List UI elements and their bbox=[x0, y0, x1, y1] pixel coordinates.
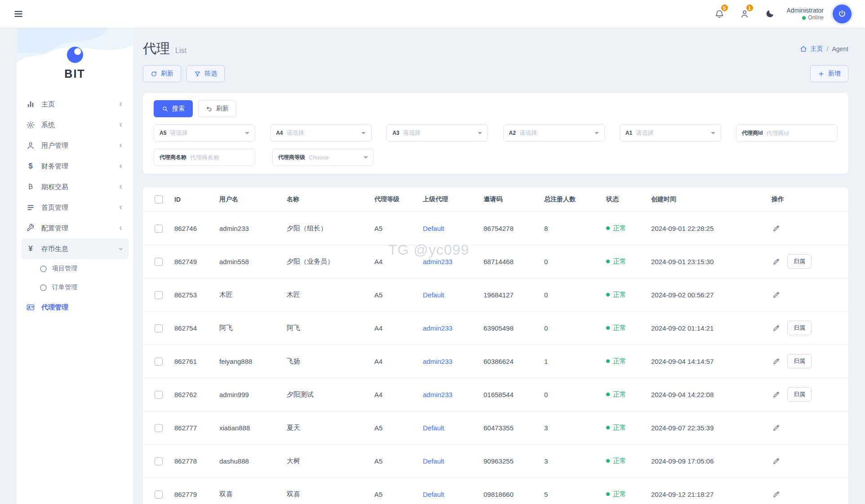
row-checkbox[interactable] bbox=[155, 391, 163, 399]
assign-button[interactable]: 归属 bbox=[787, 387, 812, 402]
status-badge: 正常 bbox=[606, 291, 626, 299]
table-row: 862746 admin233 夕阳（组长） A5 Default 867542… bbox=[143, 212, 848, 245]
edit-button[interactable] bbox=[772, 290, 781, 300]
dark-mode-toggle[interactable] bbox=[762, 6, 778, 22]
level-filter-select[interactable]: A3 请选择 bbox=[386, 124, 488, 141]
row-checkbox[interactable] bbox=[155, 291, 163, 299]
filter-button[interactable]: 筛选 bbox=[186, 65, 225, 82]
parent-agent-link[interactable]: admin233 bbox=[423, 391, 452, 398]
notifications-button[interactable]: 5 bbox=[711, 6, 727, 22]
sidebar-item-system[interactable]: 系统 bbox=[17, 115, 133, 135]
parent-agent-link[interactable]: admin233 bbox=[423, 258, 452, 265]
row-checkbox[interactable] bbox=[155, 324, 163, 332]
row-checkbox[interactable] bbox=[155, 225, 163, 233]
header-username: 用户名 bbox=[214, 187, 281, 212]
sidebar-item-options-trading[interactable]: 期权交易 bbox=[17, 177, 133, 197]
sidebar-item-agent-management[interactable]: 代理管理 bbox=[17, 297, 133, 318]
radio-icon bbox=[40, 284, 47, 291]
parent-agent-link[interactable]: Default bbox=[423, 291, 444, 299]
header-agent-level: 代理等级 bbox=[369, 187, 417, 212]
parent-agent-link[interactable]: admin233 bbox=[423, 358, 452, 365]
cell-created-time: 2024-09-09 17:05:06 bbox=[646, 444, 766, 477]
cell-invite-code: 90963255 bbox=[478, 444, 539, 477]
chevron-left-icon bbox=[118, 184, 124, 190]
radio-icon bbox=[40, 265, 47, 272]
sidebar-subitem-project-management[interactable]: 项目管理 bbox=[17, 259, 133, 278]
chevron-down-icon bbox=[594, 132, 599, 134]
user-icon bbox=[26, 141, 35, 150]
row-checkbox[interactable] bbox=[155, 457, 163, 465]
edit-button[interactable] bbox=[772, 357, 781, 366]
plus-icon bbox=[818, 71, 825, 77]
chevron-left-icon bbox=[118, 142, 124, 149]
parent-agent-link[interactable]: Default bbox=[423, 225, 444, 232]
cell-username: 阿飞 bbox=[214, 311, 281, 345]
cell-username: feiyang888 bbox=[214, 345, 281, 378]
assign-button[interactable]: 归属 bbox=[787, 321, 812, 335]
chevron-down-icon bbox=[118, 246, 124, 252]
edit-button[interactable] bbox=[772, 456, 781, 466]
sidebar-item-users[interactable]: 用户管理 bbox=[17, 135, 133, 156]
cell-name: 夕阳测试 bbox=[281, 378, 369, 411]
search-button[interactable]: 搜索 bbox=[154, 100, 193, 117]
level-filter-select[interactable]: A2 请选择 bbox=[503, 124, 605, 141]
chevron-down-icon bbox=[364, 156, 368, 159]
sidebar-subitem-order-management[interactable]: 订单管理 bbox=[17, 278, 133, 297]
status-badge: 正常 bbox=[606, 224, 626, 233]
hamburger-menu-button[interactable] bbox=[13, 9, 23, 19]
refresh-button[interactable]: 刷新 bbox=[143, 65, 181, 82]
sidebar-item-finance[interactable]: $ 财务管理 bbox=[17, 156, 133, 177]
assign-button[interactable]: 归属 bbox=[787, 254, 812, 269]
status-dot bbox=[606, 226, 610, 230]
edit-button[interactable] bbox=[772, 390, 781, 399]
parent-agent-link[interactable]: admin233 bbox=[423, 324, 452, 332]
edit-button[interactable] bbox=[772, 490, 781, 499]
breadcrumb-home-link[interactable]: 主页 bbox=[811, 45, 823, 53]
add-button[interactable]: 新增 bbox=[810, 65, 848, 82]
page-title: 代理 bbox=[143, 40, 170, 58]
edit-button[interactable] bbox=[772, 224, 781, 233]
user-avatar[interactable] bbox=[833, 4, 852, 23]
pencil-icon bbox=[772, 324, 780, 332]
row-checkbox[interactable] bbox=[155, 258, 163, 266]
agent-name-input[interactable] bbox=[190, 154, 249, 161]
user-status: Online bbox=[787, 14, 824, 22]
online-status-dot bbox=[802, 16, 806, 20]
parent-agent-link[interactable]: Default bbox=[423, 424, 444, 432]
cell-invite-code: 86754278 bbox=[478, 212, 539, 245]
sidebar-item-home[interactable]: 主页 bbox=[17, 94, 133, 115]
sidebar-item-coin-staking[interactable]: ¥ 存币生息 bbox=[21, 239, 129, 259]
agent-name-field[interactable]: 代理商名称 bbox=[154, 149, 255, 166]
cell-name: 大树 bbox=[281, 444, 369, 477]
sidebar-item-homepage-management[interactable]: 首页管理 bbox=[17, 197, 133, 218]
row-checkbox[interactable] bbox=[155, 358, 163, 366]
filter-panel: 搜索 刷新 A5 请选择 A4 请选择 A3 请选择 A2 请选择 A1 请选择 bbox=[143, 93, 848, 174]
level-filter-select[interactable]: A5 请选择 bbox=[154, 124, 255, 141]
assign-button[interactable]: 归属 bbox=[787, 354, 812, 368]
power-icon bbox=[837, 9, 847, 19]
level-filter-select[interactable]: A1 请选择 bbox=[620, 124, 721, 141]
edit-button[interactable] bbox=[772, 257, 781, 266]
sidebar-menu: 主页 系统 用户管理 $ 财务管理 期权交易 bbox=[17, 94, 133, 318]
agent-id-input[interactable] bbox=[767, 130, 832, 137]
header-actions: 操作 bbox=[766, 187, 848, 212]
select-all-checkbox[interactable] bbox=[155, 195, 163, 203]
table-row: 862754 阿飞 阿飞 A4 admin233 63905498 0 正常 2… bbox=[143, 311, 848, 345]
agent-level-select[interactable]: 代理商等级 Choose bbox=[272, 149, 374, 166]
edit-button[interactable] bbox=[772, 423, 781, 433]
edit-button[interactable] bbox=[772, 323, 781, 333]
sidebar-item-config[interactable]: 配置管理 bbox=[17, 218, 133, 239]
cell-id: 862746 bbox=[169, 212, 214, 245]
parent-agent-link[interactable]: Default bbox=[423, 491, 444, 498]
row-checkbox[interactable] bbox=[155, 491, 163, 499]
reset-button[interactable]: 刷新 bbox=[198, 100, 236, 117]
parent-agent-link[interactable]: Default bbox=[423, 457, 444, 465]
pencil-icon bbox=[772, 258, 780, 265]
pencil-icon bbox=[772, 457, 780, 465]
cell-agent-level: A4 bbox=[369, 345, 417, 378]
table-row: 862779 双喜 双喜 A5 Default 09818660 5 正常 20… bbox=[143, 477, 848, 504]
level-filter-select[interactable]: A4 请选择 bbox=[270, 124, 372, 141]
new-users-button[interactable]: 1 bbox=[736, 6, 753, 22]
row-checkbox[interactable] bbox=[155, 424, 163, 432]
agent-id-field[interactable]: 代理商Id bbox=[736, 124, 838, 141]
